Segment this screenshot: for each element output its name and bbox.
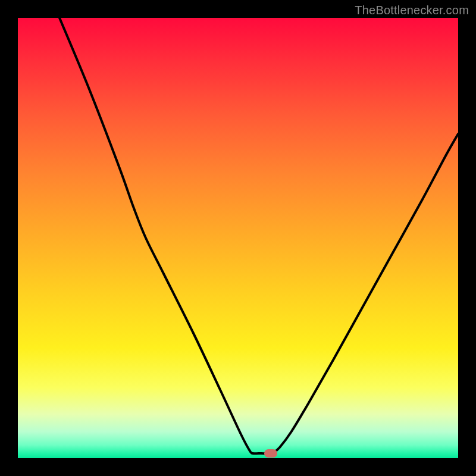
plot-area xyxy=(18,18,458,458)
chart-frame: TheBottlenecker.com xyxy=(0,0,476,476)
optimal-marker xyxy=(264,449,277,458)
bottleneck-curve xyxy=(18,18,458,458)
watermark-text: TheBottlenecker.com xyxy=(355,4,469,17)
